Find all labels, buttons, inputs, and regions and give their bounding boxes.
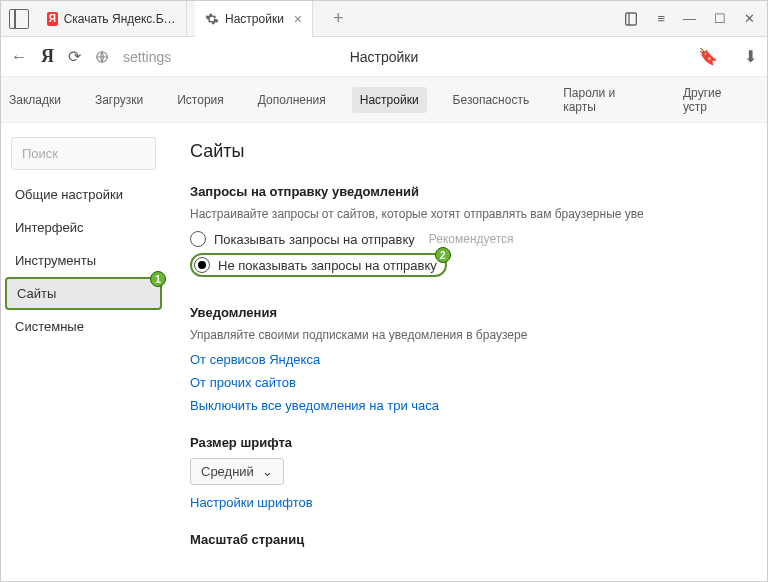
reader-icon[interactable] <box>623 11 639 27</box>
minimize-button[interactable]: — <box>683 11 696 26</box>
nav-bookmarks[interactable]: Закладки <box>1 87 69 113</box>
radio-icon <box>190 231 206 247</box>
radio-label: Не показывать запросы на отправку <box>218 258 437 273</box>
sidebar-item-interface[interactable]: Интерфейс <box>1 211 166 244</box>
section-notifications: Уведомления Управляйте своими подписками… <box>190 305 743 413</box>
back-button[interactable]: ← <box>11 48 27 66</box>
nav-passwords[interactable]: Пароли и карты <box>555 80 657 120</box>
font-size-dropdown[interactable]: Средний ⌄ <box>190 458 284 485</box>
titlebar: Я Скачать Яндекс.Браузер д Настройки × +… <box>1 1 767 37</box>
titlebar-left: Я Скачать Яндекс.Браузер д Настройки × + <box>1 1 356 37</box>
sidebar-item-label: Сайты <box>17 286 56 301</box>
menu-icon[interactable]: ≡ <box>657 11 665 26</box>
nav-security[interactable]: Безопасность <box>445 87 538 113</box>
new-tab-button[interactable]: + <box>321 8 356 29</box>
yandex-icon: Я <box>47 12 58 26</box>
annotation-badge-2: 2 <box>435 247 451 263</box>
link-other-sites[interactable]: От прочих сайтов <box>190 375 743 390</box>
section-title: Запросы на отправку уведомлений <box>190 184 743 199</box>
titlebar-right: ≡ — ☐ ✕ <box>623 11 767 27</box>
radio-icon-checked <box>194 257 210 273</box>
section-title: Уведомления <box>190 305 743 320</box>
radio-hide-requests[interactable]: Не показывать запросы на отправку 2 <box>190 253 447 277</box>
section-page-zoom: Масштаб страниц <box>190 532 743 547</box>
section-notification-requests: Запросы на отправку уведомлений Настраив… <box>190 184 743 283</box>
section-title: Масштаб страниц <box>190 532 743 547</box>
maximize-button[interactable]: ☐ <box>714 11 726 26</box>
panel-icon[interactable] <box>9 9 29 29</box>
section-font-size: Размер шрифта Средний ⌄ Настройки шрифто… <box>190 435 743 510</box>
recommended-label: Рекомендуется <box>429 232 514 246</box>
section-desc: Управляйте своими подписками на уведомле… <box>190 328 743 342</box>
close-icon[interactable]: × <box>294 11 302 27</box>
nav-history[interactable]: История <box>169 87 232 113</box>
radio-show-requests[interactable]: Показывать запросы на отправку Рекоменду… <box>190 231 743 247</box>
section-desc: Настраивайте запросы от сайтов, которые … <box>190 207 743 221</box>
globe-icon <box>95 50 109 64</box>
chevron-down-icon: ⌄ <box>262 464 273 479</box>
bookmark-icon[interactable]: 🔖 <box>698 47 718 66</box>
link-disable-3h[interactable]: Выключить все уведомления на три часа <box>190 398 743 413</box>
yandex-logo[interactable]: Я <box>41 46 54 67</box>
tab-title: Скачать Яндекс.Браузер д <box>64 12 176 26</box>
radio-label: Показывать запросы на отправку <box>214 232 415 247</box>
tab-download[interactable]: Я Скачать Яндекс.Браузер д <box>37 1 187 37</box>
search-input[interactable]: Поиск <box>11 137 156 170</box>
download-icon[interactable]: ⬇ <box>744 47 757 66</box>
section-title: Размер шрифта <box>190 435 743 450</box>
gear-icon <box>205 12 219 26</box>
url-text[interactable]: settings <box>123 49 171 65</box>
sidebar-item-sites[interactable]: Сайты 1 <box>5 277 162 310</box>
sidebar-item-system[interactable]: Системные <box>1 310 166 343</box>
dropdown-value: Средний <box>201 464 254 479</box>
nav-downloads[interactable]: Загрузки <box>87 87 151 113</box>
nav-devices[interactable]: Другие устр <box>675 80 755 120</box>
reload-button[interactable]: ⟳ <box>68 47 81 66</box>
address-bar: ← Я ⟳ settings Настройки 🔖 ⬇ <box>1 37 767 77</box>
annotation-badge-1: 1 <box>150 271 166 287</box>
sidebar: Поиск Общие настройки Интерфейс Инструме… <box>1 123 166 582</box>
main-panel: Сайты Запросы на отправку уведомлений На… <box>166 123 767 582</box>
close-button[interactable]: ✕ <box>744 11 755 26</box>
nav-addons[interactable]: Дополнения <box>250 87 334 113</box>
content: Поиск Общие настройки Интерфейс Инструме… <box>1 123 767 582</box>
tab-settings[interactable]: Настройки × <box>195 1 313 37</box>
nav-settings[interactable]: Настройки <box>352 87 427 113</box>
sidebar-item-general[interactable]: Общие настройки <box>1 178 166 211</box>
svg-rect-0 <box>626 13 637 25</box>
page-title: Настройки <box>350 49 419 65</box>
settings-topnav: Закладки Загрузки История Дополнения Нас… <box>1 77 767 123</box>
tab-title: Настройки <box>225 12 284 26</box>
link-yandex-services[interactable]: От сервисов Яндекса <box>190 352 743 367</box>
link-font-settings[interactable]: Настройки шрифтов <box>190 495 743 510</box>
main-heading: Сайты <box>190 141 743 162</box>
sidebar-item-tools[interactable]: Инструменты <box>1 244 166 277</box>
